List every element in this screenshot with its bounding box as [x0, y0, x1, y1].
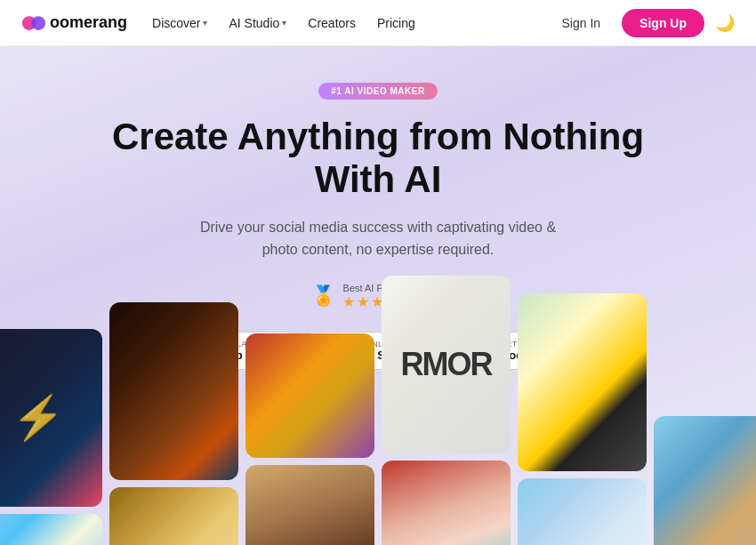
image-card-fashion — [518, 293, 647, 471]
dark-mode-toggle[interactable]: 🌙 — [715, 13, 735, 33]
logo-icon — [21, 13, 46, 33]
image-card-sky — [518, 478, 647, 545]
nav-discover[interactable]: Discover ▾ — [152, 16, 207, 30]
image-col-4: RMOR — [382, 276, 511, 545]
image-card-cosplay — [245, 333, 374, 458]
image-card-man-portrait — [654, 416, 756, 545]
hero-section: #1 AI VIDEO MAKER Create Anything from N… — [0, 46, 756, 545]
signin-button[interactable]: Sign In — [551, 11, 612, 36]
image-card-beach — [0, 514, 102, 545]
image-card-redhead — [382, 461, 511, 545]
nav-pricing[interactable]: Pricing — [377, 16, 415, 30]
laurel-left-icon: 🏅 — [311, 285, 335, 308]
image-card-text-art: RMOR — [382, 276, 511, 453]
nav-links: Discover ▾ AI Studio ▾ Creators Pricing — [152, 16, 415, 30]
nav-creators[interactable]: Creators — [308, 16, 356, 30]
nav-right: Sign In Sign Up 🌙 — [551, 9, 735, 37]
image-col-1 — [0, 329, 102, 545]
image-col-5 — [518, 293, 647, 545]
image-card-portrait-m — [245, 465, 374, 545]
logo[interactable]: oomerang — [21, 13, 127, 33]
svg-point-1 — [31, 16, 45, 30]
navbar: oomerang Discover ▾ AI Studio ▾ Creators… — [0, 0, 756, 46]
image-col-2 — [109, 302, 238, 545]
hero-subtitle: Drive your social media success with cap… — [191, 216, 565, 261]
image-card-fantasy — [109, 302, 238, 480]
image-card-hair — [109, 487, 238, 545]
image-col-6 — [654, 416, 756, 545]
nav-left: oomerang Discover ▾ AI Studio ▾ Creators… — [21, 13, 415, 33]
nav-ai-studio[interactable]: AI Studio ▾ — [229, 16, 286, 30]
image-col-3 — [245, 333, 374, 545]
signup-button[interactable]: Sign Up — [622, 9, 704, 37]
hero-title: Create Anything from Nothing With AI — [76, 116, 680, 202]
image-card-flash — [0, 329, 102, 507]
chevron-down-icon: ▾ — [203, 18, 207, 28]
brand-name: oomerang — [50, 13, 127, 32]
hero-badge: #1 AI VIDEO MAKER — [318, 83, 437, 100]
chevron-down-icon: ▾ — [282, 18, 286, 28]
image-grid: RMOR — [21, 398, 735, 545]
